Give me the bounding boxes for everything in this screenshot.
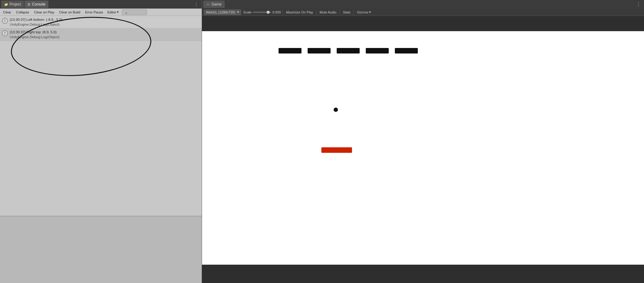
- mute-audio-button[interactable]: Mute Audio: [318, 10, 338, 14]
- editor-dropdown[interactable]: Editor ▾: [106, 9, 121, 15]
- console-tab-bar: 📁 Project ☰ Console ⋮: [0, 0, 202, 9]
- obstacle-bar-2: [308, 48, 331, 53]
- editor-label: Editor: [107, 10, 116, 14]
- clear-on-build-button[interactable]: Clear on Build: [57, 9, 83, 16]
- scale-slider-track[interactable]: [253, 12, 271, 13]
- resolution-label: WebGL (1280x720): [206, 10, 235, 14]
- error-pause-button[interactable]: Error Pause: [83, 9, 106, 16]
- scale-control: Scale 0.909: [243, 10, 281, 14]
- tab-game-label: Game: [212, 2, 222, 6]
- game-bottom-bar: [202, 265, 644, 283]
- console-log-area: ! [13:30:37] Left bottom: (-8.9, -5.0) U…: [0, 16, 202, 216]
- tab-project[interactable]: 📁 Project: [1, 1, 24, 8]
- search-input[interactable]: [127, 10, 145, 14]
- resolution-chevron-icon: ▾: [237, 10, 239, 14]
- toolbar-divider-1: [283, 10, 283, 15]
- toolbar-divider-3: [339, 10, 340, 15]
- game-ball: [334, 108, 338, 112]
- log-line2-1: UnityEngine.Debug:Log(Object): [10, 22, 62, 27]
- scale-value: 0.909: [272, 10, 281, 14]
- obstacle-bar-1: [279, 48, 301, 53]
- log-text-2: [13:30:37] Right top: (8.9, 5.0) UnityEn…: [10, 30, 59, 39]
- game-top-bar: [202, 16, 644, 31]
- console-toolbar: Clear Collapse Clear on Play Clear on Bu…: [0, 9, 202, 16]
- game-canvas: [202, 31, 644, 265]
- editor-chevron-icon: ▾: [117, 10, 119, 14]
- project-icon: 📁: [4, 3, 8, 6]
- tab-more-button[interactable]: ⋮: [192, 2, 200, 7]
- game-panel: 🎮 Game ⋮ WebGL (1280x720) ▾ Scale 0.909 …: [202, 0, 644, 283]
- obstacle-bar-4: [366, 48, 389, 53]
- stats-button[interactable]: Stats: [342, 10, 352, 14]
- log-entry-1[interactable]: ! [13:30:37] Left bottom: (-8.9, -5.0) U…: [0, 16, 202, 28]
- warning-icon-1: !: [2, 18, 8, 24]
- gizmos-chevron-icon: ▾: [369, 10, 371, 14]
- clear-on-play-button[interactable]: Clear on Play: [32, 9, 57, 16]
- log-text-1: [13:30:37] Left bottom: (-8.9, -5.0) Uni…: [10, 17, 62, 27]
- game-tab-more-button[interactable]: ⋮: [634, 2, 643, 7]
- game-icon: 🎮: [206, 3, 210, 6]
- gizmos-button[interactable]: Gizmos ▾: [356, 10, 372, 14]
- collapse-button[interactable]: Collapse: [13, 9, 32, 16]
- log-line1-1: [13:30:37] Left bottom: (-8.9, -5.0): [10, 17, 62, 22]
- game-paddle: [321, 147, 352, 153]
- log-line2-2: UnityEngine.Debug:Log(Object): [10, 35, 59, 39]
- tab-game[interactable]: 🎮 Game: [203, 1, 225, 8]
- toolbar-divider-4: [354, 10, 354, 15]
- scale-label: Scale: [243, 10, 252, 14]
- game-viewport: [202, 16, 644, 283]
- obstacle-bar-5: [395, 48, 418, 53]
- console-panel: 📁 Project ☰ Console ⋮ Clear Collapse Cle…: [0, 0, 202, 283]
- console-bottom-area: [0, 216, 202, 283]
- warning-icon-2: !: [2, 30, 8, 36]
- game-tab-bar: 🎮 Game ⋮: [202, 0, 644, 9]
- search-icon: 🔍: [123, 10, 127, 14]
- game-toolbar: WebGL (1280x720) ▾ Scale 0.909 Maximize …: [202, 9, 644, 16]
- search-box[interactable]: 🔍: [122, 9, 147, 15]
- console-icon: ☰: [28, 3, 30, 6]
- tab-project-label: Project: [9, 2, 21, 6]
- obstacle-bar-3: [337, 48, 360, 53]
- tab-console[interactable]: ☰ Console: [24, 1, 48, 8]
- tab-console-label: Console: [32, 2, 45, 6]
- scale-slider-thumb[interactable]: [267, 11, 270, 14]
- log-entry-2[interactable]: ! [13:30:37] Right top: (8.9, 5.0) Unity…: [0, 28, 202, 41]
- toolbar-divider-2: [316, 10, 316, 15]
- gizmos-label: Gizmos: [357, 10, 368, 14]
- resolution-dropdown[interactable]: WebGL (1280x720) ▾: [204, 9, 241, 15]
- log-line1-2: [13:30:37] Right top: (8.9, 5.0): [10, 30, 59, 35]
- maximize-on-play-button[interactable]: Maximize On Play: [285, 10, 314, 14]
- clear-button[interactable]: Clear: [1, 9, 13, 16]
